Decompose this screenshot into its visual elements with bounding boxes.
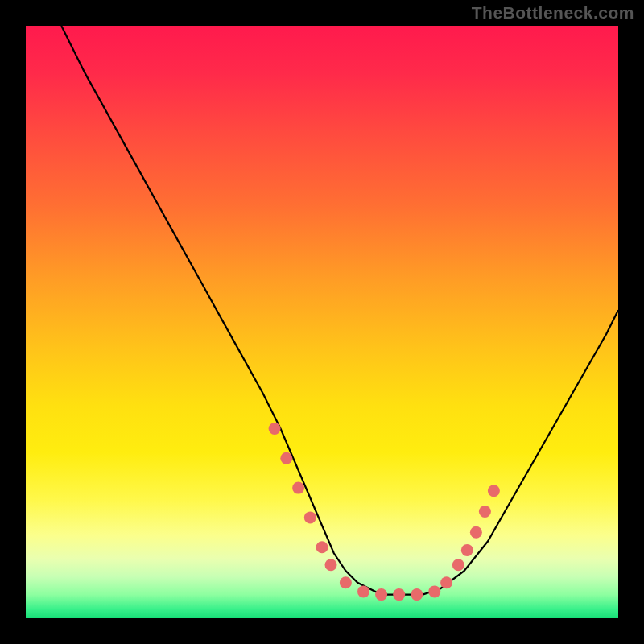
highlight-dot: [375, 588, 387, 601]
plot-area: [26, 26, 618, 618]
highlight-dot: [325, 559, 337, 571]
chart-svg: [26, 26, 618, 618]
bottleneck-curve-path: [61, 26, 618, 595]
highlight-dot: [452, 559, 464, 571]
marker-group: [269, 423, 500, 601]
highlight-dot: [411, 588, 423, 601]
highlight-dot: [316, 541, 328, 553]
highlight-dot: [470, 526, 482, 539]
highlight-dot: [340, 576, 352, 588]
highlight-dot: [488, 485, 500, 497]
highlight-dot: [357, 585, 369, 597]
highlight-dot: [479, 506, 491, 518]
highlight-dot: [428, 585, 440, 597]
highlight-dot: [304, 511, 316, 523]
highlight-dot: [269, 423, 281, 435]
highlight-dot: [393, 588, 405, 601]
chart-frame: TheBottleneck.com: [0, 0, 644, 644]
highlight-dot: [461, 544, 473, 556]
highlight-dot: [292, 482, 304, 494]
highlight-dot: [280, 452, 292, 464]
watermark-text: TheBottleneck.com: [472, 3, 634, 23]
highlight-dot: [440, 576, 452, 588]
